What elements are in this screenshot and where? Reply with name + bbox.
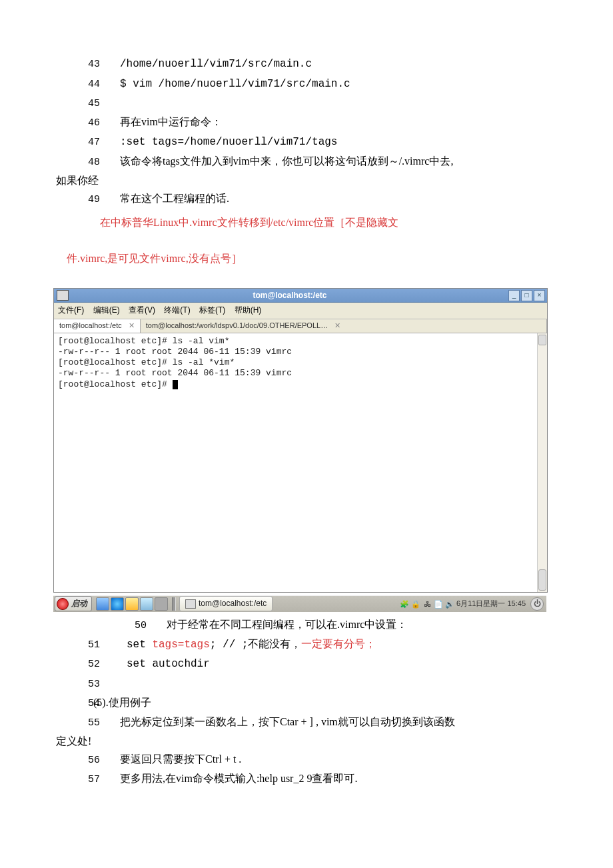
start-label: 启动 [71, 597, 87, 610]
menu-help[interactable]: 帮助(H) [235, 305, 262, 315]
tab-label: tom@localhost:/work/ldspv0.1/doc/09.OTHE… [146, 320, 328, 332]
doc-line-54: 54(5).使用例子 [40, 694, 573, 712]
window-title: tom@localhost:/etc [71, 289, 508, 302]
text: 再在vim中运行命令： [120, 116, 222, 127]
doc-line-55: 55把光标定位到某一函数名上，按下Ctar + ] , vim就可以自动切换到该… [40, 713, 573, 731]
code-post: ; // ;不能没有， [210, 639, 302, 651]
tab-close-icon[interactable]: ✕ [129, 320, 135, 332]
text: 常在这个工程编程的话. [120, 193, 229, 204]
window-buttons: _ □ × [508, 290, 545, 301]
doc-line-48-wrap: 如果你经 [40, 172, 573, 189]
scroll-thumb[interactable] [538, 569, 546, 591]
terminal-icon[interactable] [155, 597, 168, 611]
doc-line-44: 44$ vim /home/nuoerll/vim71/src/main.c [40, 75, 573, 93]
close-button[interactable]: × [534, 290, 545, 301]
scrollbar[interactable] [537, 333, 547, 592]
doc-line-46: 46再在vim中运行命令： [40, 113, 573, 131]
tray-network-icon[interactable]: 🖧 [422, 599, 432, 609]
doc-line-57: 57更多用法,在vim命令模式输入:help usr_2 9查看即可. [40, 770, 573, 788]
lineno: 48 [40, 155, 120, 171]
taskbar-task[interactable]: tom@localhost:/etc [179, 596, 273, 611]
doc-line-47: 47:set tags=/home/nuoerll/vim71/tags [40, 133, 573, 151]
power-button-icon[interactable]: ⏻ [530, 597, 544, 611]
menu-view[interactable]: 查看(V) [129, 305, 155, 315]
lineno: 51 [40, 637, 120, 653]
text: 要返回只需要按下Ctrl + t . [120, 753, 241, 765]
tray-icon[interactable]: 🔒 [411, 599, 420, 609]
cursor-icon [173, 380, 178, 389]
terminal-window: tom@localhost:/etc _ □ × 文件(F) 编辑(E) 查看(… [53, 288, 548, 592]
lineno: 50 [40, 618, 167, 634]
term-line: [root@localhost etc]# ls -al *vim* [58, 357, 235, 367]
terminal-app-icon [57, 290, 69, 301]
text: 该命令将tags文件加入到vim中来，你也可以将这句话放到～/.vimrc中去, [120, 155, 453, 167]
system-tray: 🧩 🔒 🖧 📄 🔊 6月11日星期一 15:45 ⏻ [400, 597, 546, 611]
code: $ vim /home/nuoerll/vim71/src/main.c [120, 78, 350, 90]
scroll-arrow-up-icon[interactable] [538, 335, 546, 345]
term-line: -rw-r--r-- 1 root root 2044 06-11 15:39 … [58, 347, 292, 357]
terminal-tab-2[interactable]: tom@localhost:/work/ldspv0.1/doc/09.OTHE… [141, 319, 547, 333]
code-red: tags=tags [152, 639, 209, 651]
code-red2: 一定要有分号； [301, 638, 376, 649]
tab-close-icon[interactable]: ✕ [334, 320, 340, 332]
start-menu-icon [57, 598, 69, 610]
after-block: 50对于经常在不同工程间编程，可以在.vimrc中设置： 51set tags=… [40, 616, 573, 789]
lineno: 44 [40, 77, 120, 93]
code: /home/nuoerll/vim71/src/main.c [120, 58, 312, 70]
term-line: [root@localhost etc]# ls -al vim* [58, 336, 229, 346]
doc-line-49: 49常在这个工程编程的话. [40, 190, 573, 208]
clock[interactable]: 6月11日星期一 15:45 [456, 598, 526, 610]
desktop-icon[interactable] [140, 597, 153, 611]
doc-line-45: 45 [40, 94, 573, 112]
tray-volume-icon[interactable]: 🔊 [445, 599, 454, 609]
start-button[interactable]: 启动 [55, 596, 92, 611]
taskbar-divider [172, 597, 176, 611]
menubar: 文件(F) 编辑(E) 查看(V) 终端(T) 标签(T) 帮助(H) [54, 303, 547, 319]
doc-line-53: 53 [40, 675, 573, 693]
code: set autochdir [120, 658, 210, 670]
doc-line-52: 52set autochdir [40, 655, 573, 673]
text: 对于经常在不同工程间编程，可以在.vimrc中设置： [167, 619, 407, 630]
menu-terminal[interactable]: 终端(T) [164, 305, 190, 315]
code-pre: set [120, 639, 152, 651]
lineno: 46 [40, 115, 120, 131]
quicklaunch [96, 597, 168, 611]
minimize-button[interactable]: _ [508, 290, 520, 301]
doc-line-48: 48该命令将tags文件加入到vim中来，你也可以将这句话放到～/.vimrc中… [40, 153, 573, 171]
term-line: -rw-r--r-- 1 root root 2044 06-11 15:39 … [58, 368, 292, 378]
text: 更多用法,在vim命令模式输入:help usr_2 9查看即可. [120, 773, 357, 784]
browser-icon[interactable] [111, 597, 124, 611]
doc-line-56: 56要返回只需要按下Ctrl + t . [40, 751, 573, 769]
tray-icon[interactable]: 🧩 [400, 599, 409, 609]
tray-icon[interactable]: 📄 [434, 599, 443, 609]
lineno: 47 [40, 135, 120, 151]
lineno: 45 [40, 96, 120, 112]
tab-strip: tom@localhost:/etc ✕ tom@localhost:/work… [54, 319, 547, 333]
quicklaunch-icon[interactable] [96, 597, 109, 611]
document-page: 43/home/nuoerll/vim71/src/main.c 44$ vim… [0, 0, 613, 829]
lineno: 53 [40, 677, 120, 693]
lineno: 43 [40, 57, 120, 73]
terminal-tab-1[interactable]: tom@localhost:/etc ✕ [54, 319, 141, 333]
titlebar[interactable]: tom@localhost:/etc _ □ × [54, 289, 547, 303]
mail-icon[interactable] [125, 597, 139, 611]
task-app-icon [185, 599, 196, 609]
maximize-button[interactable]: □ [521, 290, 532, 301]
menu-edit[interactable]: 编辑(E) [93, 305, 120, 315]
doc-line-50: 50对于经常在不同工程间编程，可以在.vimrc中设置： [40, 616, 573, 634]
text: 如果你经 [56, 175, 99, 186]
doc-line-51: 51set tags=tags; // ;不能没有，一定要有分号； [40, 635, 573, 654]
code: :set tags=/home/nuoerll/vim71/tags [120, 136, 337, 148]
doc-line-43: 43/home/nuoerll/vim71/src/main.c [40, 55, 573, 73]
task-label: tom@localhost:/etc [199, 597, 267, 610]
note-red-cont: 件.vimrc,是可见文件vimrc,没有点号］ [40, 233, 573, 285]
text: 把光标定位到某一函数名上，按下Ctar + ] , vim就可以自动切换到该函数 [120, 716, 455, 727]
lineno: 49 [40, 192, 120, 208]
menu-file[interactable]: 文件(F) [58, 305, 84, 315]
terminal-body[interactable]: [root@localhost etc]# ls -al vim* -rw-r-… [54, 333, 547, 592]
lineno: 56 [40, 753, 120, 769]
text: 定义处! [56, 735, 91, 747]
note-text-b: 件.vimrc,是可见文件vimrc,没有点号］ [67, 253, 242, 264]
menu-tabs[interactable]: 标签(T) [199, 305, 225, 315]
doc-line-55-wrap: 定义处! [40, 733, 573, 750]
